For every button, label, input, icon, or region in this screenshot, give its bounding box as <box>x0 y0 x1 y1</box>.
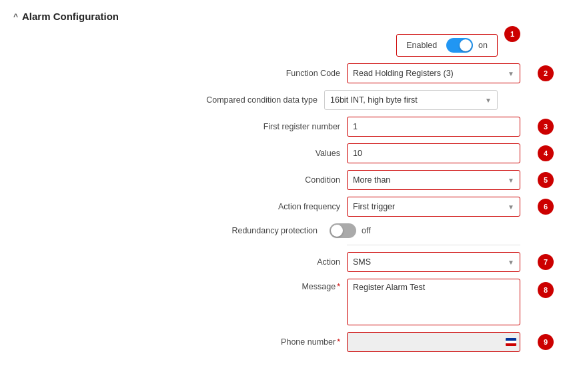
first-register-row: First register number 1 3 <box>40 117 554 137</box>
compared-select-wrapper: 16bit INT, high byte first 16bit INT, lo… <box>324 90 498 110</box>
phone-label: Phone number* <box>281 337 340 347</box>
action-select[interactable]: SMS Email Push notification <box>348 253 520 271</box>
phone-required: * <box>337 337 340 347</box>
enabled-toggle[interactable] <box>446 38 473 53</box>
first-register-input[interactable]: 1 <box>347 117 520 137</box>
action-freq-row: Action frequency First trigger Every tri… <box>40 197 554 217</box>
page-container: ^ Alarm Configuration Enabled on 1 Funct… <box>0 0 567 363</box>
enabled-box: Enabled on <box>396 34 498 57</box>
condition-row: Condition More than Less than Equal to N… <box>40 170 554 190</box>
values-label: Values <box>316 149 340 158</box>
phone-row: Phone number* 9 <box>40 332 554 352</box>
function-code-label: Function Code <box>286 69 340 78</box>
action-freq-select-wrapper: First trigger Every trigger Every 5 minu… <box>347 197 520 217</box>
message-required: * <box>337 282 340 291</box>
action-freq-label: Action frequency <box>278 202 340 211</box>
enabled-state: on <box>478 41 488 50</box>
badge-7: 7 <box>538 254 554 270</box>
condition-select-wrapper: More than Less than Equal to Not equal t… <box>347 170 520 190</box>
first-register-label: First register number <box>263 122 340 131</box>
badge-4: 4 <box>538 145 554 161</box>
redundancy-label: Redundancy protection <box>231 226 318 235</box>
phone-input-wrapper <box>347 332 520 352</box>
badge-5: 5 <box>538 172 554 188</box>
divider <box>347 245 520 245</box>
function-code-select-wrapper: Read Holding Registers (3) Read Coils (1… <box>347 63 520 83</box>
redundancy-toggle[interactable] <box>330 223 356 238</box>
form-area: Enabled on 1 Function Code Read Holding … <box>13 34 554 352</box>
badge-8: 8 <box>538 282 554 298</box>
redundancy-row: Redundancy protection off <box>40 223 554 238</box>
message-row: Message* Register Alarm Test 8 <box>40 279 554 325</box>
redundancy-toggle-track <box>330 223 356 238</box>
page-title-text: Alarm Configuration <box>22 11 119 22</box>
action-freq-select[interactable]: First trigger Every trigger Every 5 minu… <box>348 197 520 216</box>
compared-label: Compared condition data type <box>206 95 318 105</box>
values-row: Values 10 4 <box>40 143 554 163</box>
badge-9: 9 <box>538 334 554 350</box>
compared-row: Compared condition data type 16bit INT, … <box>40 90 554 110</box>
phone-input[interactable] <box>347 332 520 352</box>
action-row: Action SMS Email Push notification ▼ 7 <box>40 252 554 272</box>
divider-wrapper <box>40 245 554 245</box>
badge-6: 6 <box>538 199 554 215</box>
toggle-track <box>446 38 473 53</box>
function-code-select[interactable]: Read Holding Registers (3) Read Coils (1… <box>348 64 520 83</box>
message-textarea[interactable]: Register Alarm Test <box>347 279 520 325</box>
redundancy-toggle-thumb <box>331 225 343 237</box>
enabled-label: Enabled <box>406 41 437 50</box>
action-label: Action <box>317 257 340 267</box>
function-code-row: Function Code Read Holding Registers (3)… <box>40 63 554 83</box>
condition-select[interactable]: More than Less than Equal to Not equal t… <box>348 171 520 189</box>
toggle-thumb <box>460 39 472 51</box>
compared-select[interactable]: 16bit INT, high byte first 16bit INT, lo… <box>325 91 497 109</box>
redundancy-state: off <box>362 226 371 235</box>
page-title: ^ Alarm Configuration <box>13 11 554 22</box>
enabled-row: Enabled on 1 <box>40 34 554 57</box>
message-label: Message* <box>302 282 340 291</box>
values-input[interactable]: 10 <box>347 143 520 163</box>
badge-2: 2 <box>538 65 554 81</box>
action-select-wrapper: SMS Email Push notification ▼ <box>347 252 520 272</box>
flag-icon <box>506 338 516 346</box>
condition-label: Condition <box>305 175 340 185</box>
badge-3: 3 <box>538 119 554 135</box>
badge-1: 1 <box>504 26 520 42</box>
collapse-icon[interactable]: ^ <box>13 12 18 21</box>
